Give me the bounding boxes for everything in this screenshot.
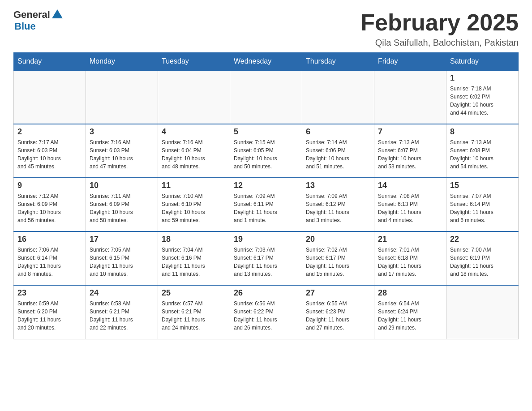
day-info: Sunrise: 6:59 AMSunset: 6:20 PMDaylight:…	[17, 300, 82, 332]
calendar-cell: 20Sunrise: 7:02 AMSunset: 6:17 PMDayligh…	[302, 231, 374, 285]
day-info: Sunrise: 7:04 AMSunset: 6:16 PMDaylight:…	[162, 246, 226, 278]
calendar-cell	[302, 70, 374, 124]
weekday-header-saturday: Saturday	[446, 53, 519, 71]
day-number: 9	[17, 181, 82, 190]
calendar-cell	[374, 70, 446, 124]
logo-general-text: General	[13, 9, 50, 21]
calendar-cell: 1Sunrise: 7:18 AMSunset: 6:02 PMDaylight…	[446, 70, 519, 124]
calendar-title: February 2025	[360, 9, 519, 36]
day-info: Sunrise: 6:56 AMSunset: 6:22 PMDaylight:…	[234, 300, 298, 332]
calendar-cell: 26Sunrise: 6:56 AMSunset: 6:22 PMDayligh…	[230, 285, 302, 339]
calendar-week-row: 2Sunrise: 7:17 AMSunset: 6:03 PMDaylight…	[14, 124, 519, 178]
day-number: 19	[234, 235, 298, 244]
day-number: 14	[378, 181, 442, 190]
calendar-cell: 7Sunrise: 7:13 AMSunset: 6:07 PMDaylight…	[374, 124, 446, 178]
day-info: Sunrise: 7:05 AMSunset: 6:15 PMDaylight:…	[90, 246, 154, 278]
day-number: 27	[306, 288, 370, 298]
day-info: Sunrise: 6:58 AMSunset: 6:21 PMDaylight:…	[90, 300, 154, 332]
day-number: 28	[378, 288, 442, 298]
day-info: Sunrise: 7:12 AMSunset: 6:09 PMDaylight:…	[17, 192, 82, 224]
day-info: Sunrise: 7:09 AMSunset: 6:12 PMDaylight:…	[306, 192, 370, 224]
day-number: 7	[378, 127, 442, 137]
day-number: 20	[306, 235, 370, 244]
calendar-subtitle: Qila Saifullah, Balochistan, Pakistan	[360, 38, 519, 48]
calendar-cell	[86, 70, 158, 124]
day-info: Sunrise: 7:03 AMSunset: 6:17 PMDaylight:…	[234, 246, 298, 278]
calendar-cell: 28Sunrise: 6:54 AMSunset: 6:24 PMDayligh…	[374, 285, 446, 339]
day-number: 13	[306, 181, 370, 190]
calendar-cell: 13Sunrise: 7:09 AMSunset: 6:12 PMDayligh…	[302, 178, 374, 231]
calendar-cell: 4Sunrise: 7:16 AMSunset: 6:04 PMDaylight…	[158, 124, 230, 178]
calendar-cell: 23Sunrise: 6:59 AMSunset: 6:20 PMDayligh…	[14, 285, 86, 339]
calendar-cell: 8Sunrise: 7:13 AMSunset: 6:08 PMDaylight…	[446, 124, 519, 178]
calendar-cell: 11Sunrise: 7:10 AMSunset: 6:10 PMDayligh…	[158, 178, 230, 231]
day-number: 21	[378, 235, 442, 244]
calendar-cell	[14, 70, 86, 124]
day-info: Sunrise: 6:54 AMSunset: 6:24 PMDaylight:…	[378, 300, 442, 332]
day-number: 12	[234, 181, 298, 190]
day-info: Sunrise: 7:13 AMSunset: 6:07 PMDaylight:…	[378, 138, 442, 171]
day-number: 3	[90, 127, 154, 137]
calendar-cell: 16Sunrise: 7:06 AMSunset: 6:14 PMDayligh…	[14, 231, 86, 285]
day-info: Sunrise: 7:14 AMSunset: 6:06 PMDaylight:…	[306, 138, 370, 171]
calendar-cell: 2Sunrise: 7:17 AMSunset: 6:03 PMDaylight…	[14, 124, 86, 178]
day-number: 25	[162, 288, 226, 298]
day-info: Sunrise: 7:10 AMSunset: 6:10 PMDaylight:…	[162, 192, 226, 224]
calendar-cell: 27Sunrise: 6:55 AMSunset: 6:23 PMDayligh…	[302, 285, 374, 339]
day-info: Sunrise: 7:18 AMSunset: 6:02 PMDaylight:…	[450, 85, 515, 117]
page-header: General Blue February 2025 Qila Saifulla…	[13, 9, 519, 48]
day-info: Sunrise: 7:15 AMSunset: 6:05 PMDaylight:…	[234, 138, 298, 171]
calendar-cell: 9Sunrise: 7:12 AMSunset: 6:09 PMDaylight…	[14, 178, 86, 231]
day-number: 8	[450, 127, 515, 137]
day-number: 15	[450, 181, 515, 190]
calendar-table: SundayMondayTuesdayWednesdayThursdayFrid…	[13, 52, 519, 339]
day-number: 11	[162, 181, 226, 190]
day-info: Sunrise: 7:06 AMSunset: 6:14 PMDaylight:…	[17, 246, 82, 278]
day-number: 10	[90, 181, 154, 190]
day-info: Sunrise: 7:07 AMSunset: 6:14 PMDaylight:…	[450, 192, 515, 224]
title-section: February 2025 Qila Saifullah, Balochista…	[360, 9, 519, 48]
calendar-week-row: 16Sunrise: 7:06 AMSunset: 6:14 PMDayligh…	[14, 231, 519, 285]
weekday-header-wednesday: Wednesday	[230, 53, 302, 71]
day-info: Sunrise: 7:17 AMSunset: 6:03 PMDaylight:…	[17, 138, 82, 171]
weekday-header-sunday: Sunday	[14, 53, 86, 71]
day-number: 23	[17, 288, 82, 298]
day-info: Sunrise: 7:16 AMSunset: 6:04 PMDaylight:…	[162, 138, 226, 171]
calendar-cell: 22Sunrise: 7:00 AMSunset: 6:19 PMDayligh…	[446, 231, 519, 285]
calendar-week-row: 23Sunrise: 6:59 AMSunset: 6:20 PMDayligh…	[14, 285, 519, 339]
day-number: 5	[234, 127, 298, 137]
calendar-cell: 12Sunrise: 7:09 AMSunset: 6:11 PMDayligh…	[230, 178, 302, 231]
weekday-header-row: SundayMondayTuesdayWednesdayThursdayFrid…	[14, 53, 519, 71]
day-number: 22	[450, 235, 515, 244]
logo: General Blue	[13, 9, 63, 32]
calendar-cell: 18Sunrise: 7:04 AMSunset: 6:16 PMDayligh…	[158, 231, 230, 285]
calendar-cell: 25Sunrise: 6:57 AMSunset: 6:21 PMDayligh…	[158, 285, 230, 339]
calendar-cell: 10Sunrise: 7:11 AMSunset: 6:09 PMDayligh…	[86, 178, 158, 231]
calendar-cell: 24Sunrise: 6:58 AMSunset: 6:21 PMDayligh…	[86, 285, 158, 339]
calendar-cell: 17Sunrise: 7:05 AMSunset: 6:15 PMDayligh…	[86, 231, 158, 285]
calendar-cell	[158, 70, 230, 124]
day-info: Sunrise: 6:57 AMSunset: 6:21 PMDaylight:…	[162, 300, 226, 332]
day-info: Sunrise: 6:55 AMSunset: 6:23 PMDaylight:…	[306, 300, 370, 332]
weekday-header-monday: Monday	[86, 53, 158, 71]
day-number: 24	[90, 288, 154, 298]
day-info: Sunrise: 7:01 AMSunset: 6:18 PMDaylight:…	[378, 246, 442, 278]
calendar-cell	[230, 70, 302, 124]
day-number: 17	[90, 235, 154, 244]
day-number: 1	[450, 73, 515, 83]
day-number: 16	[17, 235, 82, 244]
calendar-cell: 14Sunrise: 7:08 AMSunset: 6:13 PMDayligh…	[374, 178, 446, 231]
day-number: 26	[234, 288, 298, 298]
day-info: Sunrise: 7:13 AMSunset: 6:08 PMDaylight:…	[450, 138, 515, 171]
day-info: Sunrise: 7:08 AMSunset: 6:13 PMDaylight:…	[378, 192, 442, 224]
calendar-cell	[446, 285, 519, 339]
weekday-header-thursday: Thursday	[302, 53, 374, 71]
calendar-cell: 21Sunrise: 7:01 AMSunset: 6:18 PMDayligh…	[374, 231, 446, 285]
day-info: Sunrise: 7:11 AMSunset: 6:09 PMDaylight:…	[90, 192, 154, 224]
day-info: Sunrise: 7:09 AMSunset: 6:11 PMDaylight:…	[234, 192, 298, 224]
calendar-cell: 19Sunrise: 7:03 AMSunset: 6:17 PMDayligh…	[230, 231, 302, 285]
weekday-header-tuesday: Tuesday	[158, 53, 230, 71]
day-number: 4	[162, 127, 226, 137]
day-number: 2	[17, 127, 82, 137]
day-info: Sunrise: 7:16 AMSunset: 6:03 PMDaylight:…	[90, 138, 154, 171]
